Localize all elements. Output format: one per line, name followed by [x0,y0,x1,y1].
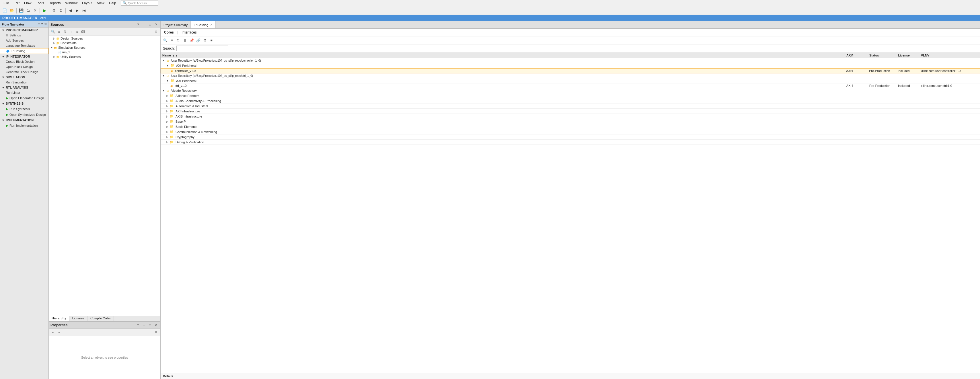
nav-section-project-manager[interactable]: ▼ PROJECT MANAGER [0,27,48,33]
ip-search-input[interactable] [177,46,228,51]
toolbar-save-all[interactable]: 🗂 [25,8,31,14]
props-back-btn[interactable]: ← [51,330,56,335]
menu-window[interactable]: Window [63,1,80,6]
toolbar-settings[interactable]: ⚙ [51,8,57,14]
tree-sim1[interactable]: 📄 sim_1 [49,50,160,54]
ip-row-audio[interactable]: ▷ 📁 Audio Connectivity & Processing [161,98,980,103]
nav-section-ip-integrator[interactable]: ▼ IP INTEGRATOR [0,54,48,59]
toolbar-close[interactable]: ✕ [32,8,38,14]
ip-search-btn[interactable]: 🔍 [162,38,168,43]
props-maximize-icon[interactable]: □ [147,322,153,328]
axi-peripheral1-expand[interactable]: ▼ [166,64,169,67]
tab-libraries[interactable]: Libraries [69,316,88,321]
audio-expand[interactable]: ▷ [166,100,169,102]
vivado-repo-expand[interactable]: ▼ [162,89,165,92]
nav-section-rtl[interactable]: ▼ RTL ANALYSIS [0,85,48,90]
interfaces-tab[interactable]: Interfaces [180,30,198,35]
ip-row-debug[interactable]: ▷ 📁 Debug & Verification [161,140,980,145]
menu-help[interactable]: Help [107,1,118,6]
tree-constraints[interactable]: ▷ 📁 Constraints [49,41,160,45]
flow-nav-icon-1[interactable]: ≡ [38,22,40,26]
nav-item-run-synthesis[interactable]: ▶ Run Synthesis [0,106,48,112]
axi-peripheral2-expand[interactable]: ▼ [166,79,169,82]
tab-project-summary[interactable]: Project Summary [161,21,191,29]
nav-item-run-impl[interactable]: ▶ Run Implementation [0,123,48,128]
nav-item-open-synth[interactable]: ▶ Open Synthesized Design [0,112,48,117]
ip-row-ctrl-v1[interactable]: ◉ ctrl_v1.0 AXI4 Pre-Production Included… [161,83,980,88]
flow-nav-icon-2[interactable]: ? [41,22,43,26]
sources-settings-btn[interactable]: ⚙ [153,29,159,34]
nav-item-run-linter[interactable]: Run Linter [0,90,48,95]
nav-item-add-sources[interactable]: Add Sources [0,38,48,43]
ip-filter-btn[interactable]: ≡ [169,38,175,43]
ip-row-axi-infra[interactable]: ▷ 📁 AXI Infrastructure [161,109,980,114]
props-help-icon[interactable]: ? [135,322,140,328]
sources-maximize-icon[interactable]: □ [147,22,153,27]
props-minimize-icon[interactable]: ─ [142,322,146,328]
menu-reports[interactable]: Reports [46,1,63,6]
toolbar-open[interactable]: 📂 [9,8,15,14]
sources-close-icon[interactable]: ✕ [153,22,159,27]
sources-filter-btn[interactable]: ≡ [57,29,62,34]
toolbar-end[interactable]: ⏭ [81,8,87,14]
tab-hierarchy[interactable]: Hierarchy [49,316,69,321]
quick-access-search[interactable]: 🔍 Quick Access [121,1,158,6]
sources-expand-btn[interactable]: ⇅ [62,29,68,34]
nav-item-ip-catalog[interactable]: 🔷 IP Catalog [0,48,48,54]
ip-row-automotive[interactable]: ▷ 📁 Automotive & Industrial [161,103,980,109]
ip-expand-btn[interactable]: ⇅ [175,38,181,43]
menu-file[interactable]: File [1,1,11,6]
sources-add-btn[interactable]: + [68,29,74,34]
ip-stop-btn[interactable]: ■ [208,38,214,43]
toolbar-sigma[interactable]: Σ [58,8,64,14]
ip-settings-btn[interactable]: ⚙ [202,38,208,43]
props-settings-btn[interactable]: ⚙ [153,330,159,335]
user-repo2-expand[interactable]: ▼ [162,74,165,77]
comm-expand[interactable]: ▷ [166,130,169,133]
cores-tab[interactable]: Cores [163,30,175,35]
flow-nav-icon-3[interactable]: ✕ [44,22,47,26]
nav-item-lang-templates[interactable]: Language Templates [0,43,48,48]
menu-layout[interactable]: Layout [80,1,95,6]
axis-infra-expand[interactable]: ▷ [166,115,169,118]
ip-row-crypto[interactable]: ▷ 📁 Cryptography [161,135,980,140]
sources-copy-btn[interactable]: ⧉ [75,29,80,34]
tree-utility-sources[interactable]: ▷ 📁 Utility Sources [49,54,160,59]
menu-edit[interactable]: Edit [11,1,22,6]
toolbar-prev[interactable]: ◀ [67,8,73,14]
props-fwd-btn[interactable]: → [57,330,62,335]
nav-item-gen-block[interactable]: Generate Block Design [0,70,48,75]
nav-item-open-block[interactable]: Open Block Design [0,64,48,70]
nav-item-open-elab[interactable]: ▶ Open Elaborated Design [0,95,48,101]
nav-item-run-sim[interactable]: Run Simulation [0,80,48,85]
ip-row-axi-peripheral-2[interactable]: ▼ 📁 AXI Peripheral [161,78,980,83]
ip-catalog-close-btn[interactable]: ✕ [210,23,213,26]
ip-link-btn[interactable]: 🔗 [195,38,201,43]
debug-expand[interactable]: ▷ [166,141,169,144]
automotive-expand[interactable]: ▷ [166,105,169,108]
ip-row-baseip[interactable]: ▷ 📁 BaseIP [161,119,980,124]
tab-compile-order[interactable]: Compile Order [88,316,114,321]
menu-tools[interactable]: Tools [33,1,46,6]
sources-search-btn[interactable]: 🔍 [51,29,56,34]
toolbar-next[interactable]: ▶ [74,8,80,14]
ip-row-comm[interactable]: ▷ 📁 Communication & Networking [161,129,980,135]
toolbar-run[interactable]: ▶ [41,8,48,14]
tree-sim-sources[interactable]: ▼ 📂 Simulation Sources [49,45,160,50]
nav-section-synthesis[interactable]: ▼ SYNTHESIS [0,101,48,106]
ip-row-axi-peripheral-1[interactable]: ▼ 📁 AXI Peripheral [161,63,980,68]
nav-item-create-block[interactable]: Create Block Design [0,59,48,64]
ip-row-axis-infra[interactable]: ▷ 📁 AXIS Infrastructure [161,114,980,119]
ip-compat-btn[interactable]: ⊞ [182,38,188,43]
nav-section-simulation[interactable]: ▼ SIMULATION [0,75,48,80]
ip-row-user-repo-1[interactable]: ▼ 🗁 User Repository (e:/Blog/Project/zcu… [161,58,980,63]
menu-flow[interactable]: Flow [22,1,33,6]
baseip-expand[interactable]: ▷ [166,120,169,123]
sources-minimize-icon[interactable]: ─ [142,22,146,27]
sources-help-icon[interactable]: ? [135,22,140,27]
ip-row-user-repo-2[interactable]: ▼ 🗁 User Repository (e:/Blog/Project/zcu… [161,73,980,78]
ip-row-alliance[interactable]: ▷ 📁 Alliance Partners [161,93,980,98]
ip-pin-btn[interactable]: 📌 [189,38,194,43]
alliance-expand[interactable]: ▷ [166,94,169,97]
tab-ip-catalog[interactable]: IP Catalog ✕ [191,21,215,29]
